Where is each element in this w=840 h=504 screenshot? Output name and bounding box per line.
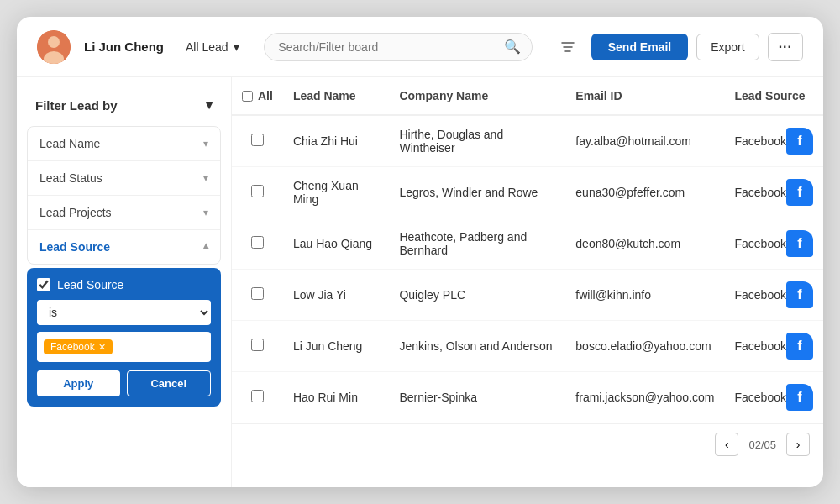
cell-lead-source: Facebook f [725, 116, 824, 166]
cell-lead-source: Facebook f [725, 321, 824, 371]
next-page-button[interactable]: › [786, 433, 810, 456]
chevron-up-icon: ▾ [203, 241, 208, 253]
filter-item-lead-status[interactable]: Lead Status ▾ [28, 161, 220, 196]
filter-item-lead-projects[interactable]: Lead Projects ▾ [28, 196, 220, 230]
lead-source-panel: Lead Source is is not contains Facebook … [27, 268, 221, 407]
header-actions: Send Email Export ··· [553, 32, 803, 62]
facebook-badge-icon: f [786, 333, 813, 360]
send-email-button[interactable]: Send Email [591, 34, 688, 60]
lead-source-tags-row: Facebook ✕ [37, 332, 211, 362]
lead-source-operator-row: is is not contains [37, 300, 211, 325]
cell-lead-name: Lau Hao Qiang [283, 218, 390, 270]
row-checkbox-cell [232, 321, 283, 372]
row-checkbox-cell [232, 372, 283, 423]
lead-source-operator-select[interactable]: is is not contains [37, 300, 211, 325]
lead-source-actions: Apply Cancel [37, 370, 211, 396]
table-body: Chia Zhi Hui Hirthe, Douglas and Winthei… [232, 115, 823, 423]
table-row: Hao Rui Min Bernier-Spinka frami.jackson… [232, 372, 823, 423]
cell-company-name: Hirthe, Douglas and Wintheiser [389, 115, 565, 167]
cell-company-name: Quigley PLC [389, 270, 565, 321]
export-button[interactable]: Export [696, 34, 759, 60]
table-area: All Lead Name Company Name Email ID Lead… [232, 77, 823, 487]
cell-lead-source: Facebook f [725, 167, 824, 218]
cell-email: frami.jackson@yahoo.com [565, 372, 724, 423]
filter-lead-by-header[interactable]: Filter Lead by ▾ [27, 91, 221, 119]
facebook-badge-icon: f [786, 230, 813, 257]
header: Li Jun Cheng All Lead ▾ 🔍 Send Email Exp… [17, 17, 823, 77]
select-all-header: All [232, 77, 283, 115]
filter-chevron-icon: ▾ [206, 97, 213, 113]
filter-section: Lead Name ▾ Lead Status ▾ Lead Projects … [27, 126, 221, 265]
filter-icon-button[interactable] [553, 32, 583, 62]
tag-close-icon[interactable]: ✕ [98, 342, 106, 353]
col-header-email-id: Email ID [565, 77, 724, 115]
app-window: Li Jun Cheng All Lead ▾ 🔍 Send Email Exp… [17, 17, 823, 487]
table-row: Cheng Xuan Ming Legros, Windler and Rowe… [232, 167, 823, 218]
cell-lead-name: Hao Rui Min [283, 372, 390, 423]
col-header-lead-name: Lead Name [283, 77, 390, 115]
avatar [37, 30, 71, 64]
cell-lead-source: Facebook f [725, 372, 824, 423]
main-content: Filter Lead by ▾ Lead Name ▾ Lead Status… [17, 77, 823, 487]
more-options-button[interactable]: ··· [768, 33, 803, 61]
cell-email: fay.alba@hotmail.com [565, 115, 724, 167]
facebook-badge-icon: f [786, 128, 813, 155]
col-header-company-name: Company Name [389, 77, 565, 115]
facebook-badge-icon: f [786, 281, 813, 308]
pagination-row: ‹ 02/05 › [232, 423, 823, 465]
cell-email: deon80@kutch.com [565, 218, 724, 270]
cancel-button[interactable]: Cancel [127, 370, 212, 396]
search-input[interactable] [264, 33, 533, 61]
lead-source-checkbox[interactable] [37, 278, 50, 291]
row-checkbox-cell [232, 270, 283, 321]
table-row: Low Jia Yi Quigley PLC fwill@kihn.info F… [232, 270, 823, 321]
row-checkbox-cell [232, 167, 283, 218]
cell-company-name: Legros, Windler and Rowe [389, 167, 565, 218]
apply-button[interactable]: Apply [37, 370, 120, 396]
row-checkbox-cell [232, 218, 283, 270]
row-select-checkbox[interactable] [251, 390, 264, 402]
cell-company-name: Jenkins, Olson and Anderson [389, 321, 565, 372]
chevron-down-icon: ▾ [203, 207, 208, 218]
table-row: Chia Zhi Hui Hirthe, Douglas and Winthei… [232, 115, 823, 167]
facebook-badge-icon: f [786, 384, 813, 411]
chevron-down-icon: ▾ [234, 40, 239, 54]
cell-company-name: Heathcote, Padberg and Bernhard [389, 218, 565, 270]
chevron-down-icon: ▾ [203, 172, 208, 184]
cell-lead-name: Li Jun Cheng [283, 321, 390, 372]
row-select-checkbox[interactable] [251, 339, 264, 351]
lead-source-header-row: Lead Source [37, 278, 211, 291]
user-name: Li Jun Cheng [84, 39, 164, 54]
table-row: Li Jun Cheng Jenkins, Olson and Anderson… [232, 321, 823, 372]
table-header-row: All Lead Name Company Name Email ID Lead… [232, 77, 823, 115]
cell-email: bosco.eladio@yahoo.com [565, 321, 724, 372]
row-select-checkbox[interactable] [251, 185, 264, 197]
table-row: Lau Hao Qiang Heathcote, Padberg and Ber… [232, 218, 823, 270]
row-select-checkbox[interactable] [251, 134, 264, 146]
page-info: 02/05 [745, 438, 780, 451]
select-all-checkbox[interactable] [242, 91, 253, 102]
all-lead-dropdown[interactable]: All Lead ▾ [177, 35, 248, 59]
chevron-down-icon: ▾ [203, 138, 208, 150]
filter-item-lead-source[interactable]: Lead Source ▾ [28, 230, 220, 264]
cell-lead-source: Facebook f [725, 270, 824, 320]
cell-email: euna30@pfeffer.com [565, 167, 724, 218]
svg-point-1 [48, 36, 60, 48]
cell-email: fwill@kihn.info [565, 270, 724, 321]
cell-lead-name: Low Jia Yi [283, 270, 390, 321]
row-select-checkbox[interactable] [251, 236, 264, 249]
sidebar: Filter Lead by ▾ Lead Name ▾ Lead Status… [17, 77, 232, 487]
cell-lead-name: Cheng Xuan Ming [283, 167, 390, 218]
prev-page-button[interactable]: ‹ [715, 433, 738, 456]
cell-lead-name: Chia Zhi Hui [283, 115, 390, 167]
filter-item-lead-name[interactable]: Lead Name ▾ [28, 127, 220, 161]
cell-lead-source: Facebook f [725, 218, 824, 269]
search-bar: 🔍 [264, 33, 533, 61]
leads-table: All Lead Name Company Name Email ID Lead… [232, 77, 823, 423]
facebook-badge-icon: f [786, 179, 813, 206]
row-checkbox-cell [232, 115, 283, 167]
row-select-checkbox[interactable] [251, 287, 264, 300]
facebook-tag[interactable]: Facebook ✕ [44, 339, 113, 354]
col-header-lead-source: Lead Source [725, 77, 824, 115]
cell-company-name: Bernier-Spinka [389, 372, 565, 423]
